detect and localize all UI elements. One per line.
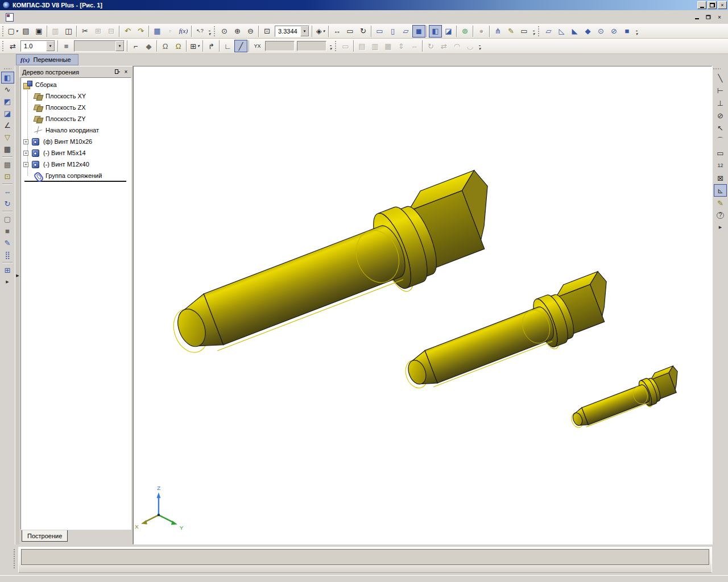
toolbar-grip[interactable] xyxy=(3,68,11,70)
tree-item-plane-zy[interactable]: Плоскость ZY xyxy=(21,113,131,124)
normal-plane-button[interactable]: ⊙ xyxy=(594,25,607,38)
shaded-edges-button[interactable]: ◧ xyxy=(429,25,442,38)
move-part-button[interactable]: ⇄ xyxy=(437,40,450,52)
tree-item-plane-zx[interactable]: Плоскость ZX xyxy=(21,102,131,113)
variables-tab[interactable]: f(x) Переменные xyxy=(16,54,78,65)
menu-file[interactable] xyxy=(17,16,26,19)
aux-line-button[interactable]: ╲ xyxy=(714,72,727,84)
zoom-rect-button[interactable]: ⊡ xyxy=(260,25,274,38)
tree-item-assembly[interactable]: Сборка xyxy=(21,79,131,90)
coords-button[interactable]: YX xyxy=(251,40,264,52)
step-value[interactable]: 1.0 xyxy=(21,43,46,49)
collections-button[interactable]: ▩ xyxy=(1,159,14,171)
dim-perpendicular-button[interactable]: ⊥ xyxy=(714,97,727,109)
rotate-part-button[interactable]: ↻ xyxy=(424,40,437,52)
variables-button[interactable]: f(x) xyxy=(177,25,190,38)
spec-report-button[interactable]: ▫ xyxy=(164,25,177,38)
load-part-button[interactable]: ⊡ xyxy=(1,171,14,182)
toolbar-grip[interactable] xyxy=(2,26,5,36)
tree-item-screw-m5x14[interactable]: + (-) Винт M5x14 xyxy=(21,147,131,159)
rebuild-button[interactable]: ⋔ xyxy=(491,25,504,38)
shaded-button[interactable]: ◼ xyxy=(412,25,425,38)
style-pen-button[interactable]: ✎ xyxy=(504,25,518,38)
area-button[interactable]: ⊠ xyxy=(714,172,727,184)
edit-part-button[interactable]: ◧ xyxy=(1,72,14,84)
menu-window[interactable] xyxy=(72,16,81,19)
minimize-button[interactable] xyxy=(697,1,706,9)
right-toolbar-expand-button[interactable]: ▶ xyxy=(714,223,727,231)
info-button[interactable]: ? xyxy=(714,209,727,222)
tree-expander[interactable]: + xyxy=(23,151,28,156)
toolbar-overflow-button[interactable]: ▾ xyxy=(634,25,640,38)
save-button[interactable]: ▣ xyxy=(32,25,46,38)
print-button[interactable]: ▥ xyxy=(49,25,62,38)
screw-m5x14[interactable] xyxy=(566,365,686,435)
tree-item-plane-xy[interactable]: Плоскость XY xyxy=(21,90,131,102)
show-all-button[interactable]: ▭ xyxy=(344,25,357,38)
note-pen-button[interactable]: ✎ xyxy=(714,197,727,209)
toolbar-grip[interactable] xyxy=(537,26,540,36)
specification-button[interactable]: ▦ xyxy=(151,25,164,38)
angle-plane-button[interactable]: ◺ xyxy=(555,25,568,38)
paste-button[interactable]: ⊟ xyxy=(105,25,118,38)
wireframe-button[interactable]: ▭ xyxy=(373,25,386,38)
edit-part-button[interactable]: ▥ xyxy=(369,40,382,52)
new-document-button[interactable]: ▢▾ xyxy=(6,25,19,38)
tree-expander[interactable]: + xyxy=(23,139,28,144)
half-tone-button[interactable]: ◪ xyxy=(442,25,455,38)
menu-service[interactable] xyxy=(63,16,72,19)
construction-plane2-button[interactable]: ◪ xyxy=(1,107,14,119)
rotate-model-button[interactable]: ⊚ xyxy=(458,25,471,38)
viewport-3d[interactable]: Z X Y xyxy=(133,66,712,544)
screw-m10x26[interactable] xyxy=(396,270,622,402)
offset-plane-button[interactable]: ▱ xyxy=(542,25,555,38)
align-vertical-button[interactable]: ⇕ xyxy=(395,40,408,52)
spec-sheet-button[interactable]: ▦ xyxy=(1,143,14,155)
scale-value[interactable]: 3.3344 xyxy=(275,28,300,35)
hidden-removed-button[interactable]: ▱ xyxy=(399,25,412,38)
menu-libraries[interactable] xyxy=(90,16,99,19)
snap-magnet2-button[interactable]: Ω xyxy=(172,40,185,52)
step-combo[interactable]: 1.0 ▾ xyxy=(20,40,55,52)
copy-button[interactable]: ⊞ xyxy=(92,25,105,38)
axis-button[interactable]: ⊘ xyxy=(607,25,621,38)
zoom-out-button[interactable]: ⊖ xyxy=(244,25,257,38)
redo-button[interactable]: ↷ xyxy=(134,25,147,38)
toolbar-grip[interactable] xyxy=(713,68,721,70)
local-cs-button[interactable]: ↱ xyxy=(205,40,218,52)
dim-frame-button[interactable]: ▭ xyxy=(714,147,727,159)
pan-button[interactable]: ↔ xyxy=(330,25,344,38)
align-horizontal-button[interactable]: ⇔ xyxy=(408,40,421,52)
menu-specification[interactable] xyxy=(53,16,63,19)
simplify-button[interactable]: ● xyxy=(475,25,488,38)
tree-item-screw-m10x26[interactable]: + (ф) Винт M10x26 xyxy=(21,136,131,147)
panel-splitter[interactable]: ▶ xyxy=(15,66,19,544)
move-component-button[interactable]: ⇔ xyxy=(1,186,14,198)
grid-button[interactable]: ⊞▾ xyxy=(188,40,201,52)
open-document-button[interactable]: ▤ xyxy=(19,25,32,38)
document-window-icon[interactable] xyxy=(6,13,14,22)
dim-chain-button[interactable]: 12 xyxy=(714,159,727,172)
toolbar-overflow-button[interactable]: ▾ xyxy=(477,40,483,52)
ortho-snap-button[interactable]: ╱ xyxy=(234,40,247,52)
toolbar-overflow-button[interactable]: ▾ xyxy=(328,40,334,52)
mdi-restore-button[interactable] xyxy=(704,14,712,21)
spline-button[interactable]: ∿ xyxy=(1,84,14,95)
tree-item-mates-group[interactable]: Группа сопряжений xyxy=(21,170,131,181)
rotate-component-button[interactable]: ↻ xyxy=(1,198,14,210)
menu-help[interactable] xyxy=(81,16,90,19)
toolbar-overflow-button[interactable]: ▾ xyxy=(531,25,537,38)
sketch-button[interactable]: ✎ xyxy=(1,237,14,249)
scale-dropdown-button[interactable]: ▾ xyxy=(300,26,309,36)
edit-assembly-button[interactable]: ▦ xyxy=(382,40,395,52)
close-button[interactable]: × xyxy=(718,1,727,9)
perpendicular-note-button[interactable]: ⊾ xyxy=(714,184,727,197)
menu-operations[interactable] xyxy=(44,16,53,19)
step-dropdown-button[interactable]: ▾ xyxy=(46,41,55,51)
fill-button[interactable]: ◆ xyxy=(142,40,155,52)
point-plane-button[interactable]: ◆ xyxy=(581,25,594,38)
measure-button[interactable]: ∠ xyxy=(1,119,14,131)
mate-surface-button[interactable]: ◠ xyxy=(450,40,464,52)
toolbar-overflow-button[interactable]: ▾ xyxy=(206,25,213,38)
close-panel-button[interactable]: × xyxy=(122,68,130,76)
